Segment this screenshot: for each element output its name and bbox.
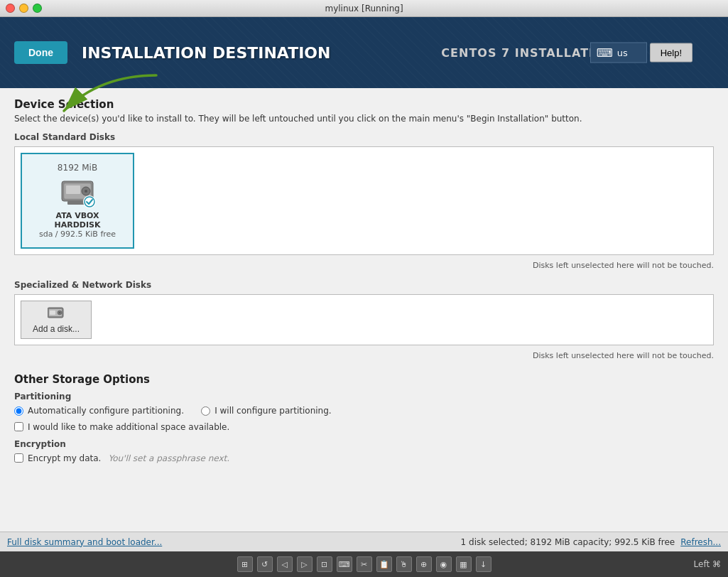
auto-partition-label: Automatically configure partitioning. bbox=[28, 406, 184, 416]
additional-space-checkbox[interactable] bbox=[14, 422, 23, 431]
svg-point-12 bbox=[59, 312, 60, 313]
centos-title: CENTOS 7 INSTALLATION bbox=[441, 46, 614, 60]
taskbar-right: Left ⌘ bbox=[694, 559, 721, 569]
maximize-button[interactable] bbox=[33, 4, 42, 13]
local-disks-note: Disks left unselected here will not be t… bbox=[14, 258, 714, 273]
disk-status-text: 1 disk selected; 8192 MiB capacity; 992.… bbox=[461, 537, 675, 547]
add-disk-button[interactable]: Add a disk... bbox=[21, 301, 92, 339]
manual-partition-radio[interactable] bbox=[201, 406, 210, 416]
window-controls[interactable] bbox=[6, 4, 42, 13]
add-disk-icon bbox=[48, 306, 65, 321]
taskbar-icon-6[interactable]: ⌨ bbox=[337, 556, 352, 572]
disk-item[interactable]: 8192 MiB bbox=[21, 153, 134, 249]
window-title: mylinux [Running] bbox=[325, 4, 403, 14]
taskbar-icon-10[interactable]: ⊕ bbox=[416, 556, 432, 572]
taskbar-icon-9[interactable]: 🖱 bbox=[396, 556, 412, 572]
install-title: INSTALLATION DESTINATION bbox=[82, 44, 330, 62]
svg-rect-3 bbox=[66, 185, 80, 194]
auto-partition-option[interactable]: Automatically configure partitioning. bbox=[14, 406, 184, 416]
titlebar: mylinux [Running] bbox=[0, 0, 728, 17]
header-bar: Done INSTALLATION DESTINATION CENTOS 7 I… bbox=[0, 17, 728, 88]
local-disk-list: 8192 MiB bbox=[14, 146, 714, 255]
partitioning-label: Partitioning bbox=[14, 392, 714, 401]
add-disk-label: Add a disk... bbox=[33, 324, 80, 334]
help-button[interactable]: Help! bbox=[650, 43, 692, 63]
auto-partition-radio[interactable] bbox=[14, 406, 23, 416]
taskbar-icon-3[interactable]: ◁ bbox=[277, 556, 293, 572]
main-content: Device Selection Select the device(s) yo… bbox=[0, 88, 728, 551]
keyboard-lang: us bbox=[617, 48, 628, 58]
additional-space-label: I would like to make additional space av… bbox=[28, 422, 229, 432]
taskbar-icon-1[interactable]: ⊞ bbox=[237, 556, 253, 572]
disk-name: ATA VBOX HARDDISK bbox=[33, 211, 121, 230]
minimize-button[interactable] bbox=[19, 4, 28, 13]
disk-icon bbox=[60, 178, 94, 207]
device-selection-title: Device Selection bbox=[14, 98, 714, 111]
manual-partition-label: I will configure partitioning. bbox=[214, 406, 331, 416]
keyboard-icon: ⌨ bbox=[597, 46, 613, 60]
taskbar-icon-2[interactable]: ↺ bbox=[257, 556, 273, 572]
disk-status: 1 disk selected; 8192 MiB capacity; 992.… bbox=[461, 537, 721, 547]
encrypt-note: You'll set a passphrase next. bbox=[108, 453, 229, 463]
svg-rect-10 bbox=[50, 311, 55, 315]
full-disk-link[interactable]: Full disk summary and boot loader... bbox=[7, 537, 162, 547]
partitioning-radio-group: Automatically configure partitioning. I … bbox=[14, 406, 714, 418]
specialized-disk-list: Add a disk... bbox=[14, 294, 714, 345]
taskbar-icon-12[interactable]: ▦ bbox=[456, 556, 472, 572]
keyboard-widget[interactable]: ⌨ us Help! bbox=[590, 43, 692, 63]
encrypt-checkbox[interactable] bbox=[14, 453, 23, 463]
taskbar-icon-7[interactable]: ✂ bbox=[357, 556, 372, 572]
additional-space-option[interactable]: I would like to make additional space av… bbox=[14, 422, 714, 432]
encrypt-option[interactable]: Encrypt my data. You'll set a passphrase… bbox=[14, 453, 714, 463]
done-button[interactable]: Done bbox=[14, 41, 67, 64]
svg-point-5 bbox=[85, 190, 87, 193]
keyboard-input[interactable]: ⌨ us bbox=[590, 43, 647, 63]
local-disks-label: Local Standard Disks bbox=[14, 132, 714, 142]
disk-info: sda / 992.5 KiB free bbox=[39, 230, 116, 239]
taskbar-icon-13[interactable]: ↓ bbox=[476, 556, 491, 572]
taskbar-icon-11[interactable]: ◉ bbox=[436, 556, 452, 572]
refresh-link[interactable]: Refresh... bbox=[680, 537, 721, 547]
encrypt-label: Encrypt my data. bbox=[28, 453, 101, 463]
disk-selected-check bbox=[83, 195, 96, 208]
bottom-bar: Full disk summary and boot loader... 1 d… bbox=[0, 532, 728, 551]
taskbar-icon-8[interactable]: 📋 bbox=[376, 556, 392, 572]
specialized-disks-label: Specialized & Network Disks bbox=[14, 280, 714, 290]
close-button[interactable] bbox=[6, 4, 15, 13]
encryption-label: Encryption bbox=[14, 439, 714, 449]
disk-size: 8192 MiB bbox=[58, 163, 97, 173]
left-cmd-text: Left ⌘ bbox=[694, 559, 721, 569]
other-storage-title: Other Storage Options bbox=[14, 373, 714, 386]
taskbar-icon-5[interactable]: ⊡ bbox=[317, 556, 332, 572]
device-selection-desc: Select the device(s) you'd like to insta… bbox=[14, 114, 714, 124]
manual-partition-option[interactable]: I will configure partitioning. bbox=[201, 406, 331, 416]
taskbar-icon-4[interactable]: ▷ bbox=[297, 556, 313, 572]
taskbar: ⊞ ↺ ◁ ▷ ⊡ ⌨ ✂ 📋 🖱 ⊕ ◉ ▦ ↓ Left ⌘ bbox=[0, 551, 728, 577]
specialized-disks-note: Disks left unselected here will not be t… bbox=[14, 348, 714, 363]
